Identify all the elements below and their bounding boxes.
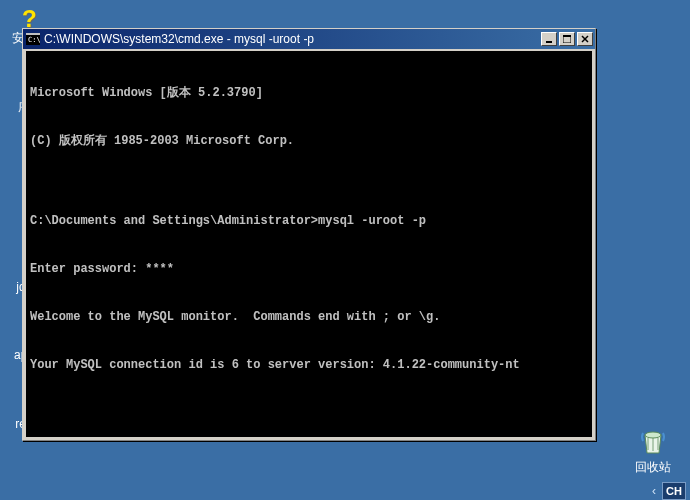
cmd-icon: C:\ xyxy=(25,31,41,47)
maximize-button[interactable] xyxy=(559,32,575,46)
terminal-line: Welcome to the MySQL monitor. Commands e… xyxy=(30,309,588,325)
recycle-bin[interactable]: 回收站 xyxy=(628,425,678,476)
window-title: C:\WINDOWS\system32\cmd.exe - mysql -uro… xyxy=(44,32,541,46)
terminal-line: Your MySQL connection id is 6 to server … xyxy=(30,357,588,373)
language-indicator[interactable]: CH xyxy=(662,482,686,500)
close-button[interactable] xyxy=(577,32,593,46)
svg-point-8 xyxy=(645,432,661,438)
svg-rect-5 xyxy=(563,35,571,37)
cmd-window: C:\ C:\WINDOWS\system32\cmd.exe - mysql … xyxy=(22,28,596,441)
taskbar-separator-icon: ‹ xyxy=(652,484,656,498)
svg-rect-1 xyxy=(26,33,40,35)
svg-text:C:\: C:\ xyxy=(28,36,40,44)
terminal-line: Microsoft Windows [版本 5.2.3790] xyxy=(30,85,588,101)
terminal-line: Enter password: **** xyxy=(30,261,588,277)
recycle-bin-icon xyxy=(637,425,669,457)
terminal-output[interactable]: Microsoft Windows [版本 5.2.3790] (C) 版权所有… xyxy=(26,51,592,437)
terminal-line: (C) 版权所有 1985-2003 Microsoft Corp. xyxy=(30,133,588,149)
window-titlebar[interactable]: C:\ C:\WINDOWS\system32\cmd.exe - mysql … xyxy=(23,29,595,49)
svg-rect-3 xyxy=(546,41,552,43)
minimize-button[interactable] xyxy=(541,32,557,46)
terminal-line: C:\Documents and Settings\Administrator>… xyxy=(30,213,588,229)
recycle-bin-label: 回收站 xyxy=(628,459,678,476)
